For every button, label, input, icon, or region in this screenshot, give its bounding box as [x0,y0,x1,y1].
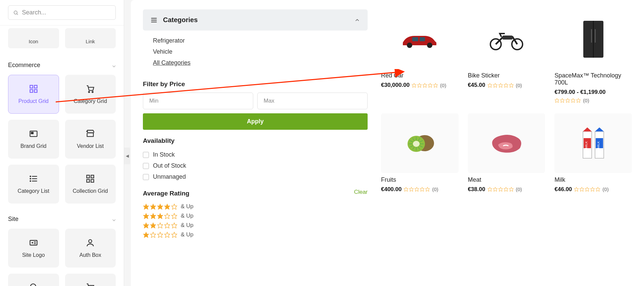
svg-marker-108 [595,127,604,131]
price-min-input[interactable] [143,93,253,109]
tile-site-logo[interactable]: Site Logo [8,229,59,268]
tile-product-grid[interactable]: Product Grid [8,75,59,114]
svg-rect-63 [502,36,513,40]
site-tiles: Site Logo Auth Box [0,229,124,286]
svg-point-25 [30,284,36,286]
price-max-input[interactable] [257,93,368,109]
product-card[interactable]: MILKMILK Milk €46.00 (0) [554,113,632,192]
section-site[interactable]: Site ⌵ [0,210,124,229]
star-icon [409,187,414,192]
svg-marker-46 [172,223,177,228]
svg-marker-45 [165,223,170,228]
tile-cart[interactable] [65,274,116,286]
product-rating [487,187,514,192]
cat-item-all[interactable]: All Categories [153,57,358,68]
svg-rect-9 [31,132,33,134]
grid-icon [86,174,95,183]
svg-point-21 [32,242,33,243]
svg-marker-95 [415,187,419,192]
star-icon [493,83,498,88]
svg-marker-57 [417,83,422,88]
svg-rect-20 [30,240,37,245]
rating-filter-3[interactable]: & Up [143,211,368,221]
checkbox-icon [143,152,149,158]
svg-marker-65 [493,83,497,88]
svg-rect-55 [420,37,425,41]
svg-marker-102 [509,187,514,192]
product-price: €46.00 [554,186,572,193]
svg-rect-3 [34,85,37,88]
svg-rect-71 [591,29,592,43]
product-card[interactable]: Fruits €400.00 (0) [381,113,459,192]
star-icon [579,187,584,192]
sidebar-collapse-handle[interactable]: ◀ [124,148,130,164]
product-price: €30,000.00 [381,82,410,89]
rating-filter-4[interactable]: & Up [143,202,368,211]
availability-title: Availablity [143,137,368,145]
section-ecommerce[interactable]: Ecommerce ⌵ [0,56,124,75]
product-image [381,9,459,69]
svg-rect-4 [30,90,33,92]
section-label: Site [8,216,18,223]
tile-brand-grid[interactable]: Brand Grid [8,120,59,159]
cat-item[interactable]: Refrigerator [153,35,358,46]
tile-link[interactable]: Link [65,28,116,48]
svg-marker-104 [583,127,592,131]
star-icon [425,187,430,192]
rating-filter-1[interactable]: & Up [143,230,368,239]
tile-category-grid[interactable]: Category Grid [65,75,116,114]
star-icon [428,83,433,88]
svg-marker-33 [151,204,156,209]
svg-marker-36 [172,204,177,209]
rating-filter-2[interactable]: & Up [143,221,368,230]
product-review-count: (0) [516,82,522,88]
product-name: Red Car [381,72,459,79]
product-card[interactable]: Meat €38.00 (0) [468,113,545,192]
star-icon [150,232,156,238]
star-icon [164,222,170,229]
tile-collection-grid[interactable]: Collection Grid [65,165,116,204]
products-grid: Red Car €30,000.00 (0) Bike Sticker €45.… [381,9,632,239]
svg-marker-96 [420,187,425,192]
product-card[interactable]: Bike Sticker €45.00 (0) [468,9,545,103]
clear-link[interactable]: Clear [354,189,368,195]
star-icon [157,222,163,229]
tile-vendor-list[interactable]: Vendor List [65,120,116,159]
categories-header[interactable]: Categories [143,9,368,31]
star-icon [590,187,595,192]
svg-marker-35 [165,204,170,209]
tile-category-list[interactable]: Category List [8,165,59,204]
checkbox-icon [143,174,149,180]
avail-unmanaged[interactable]: Unmanaged [143,171,368,182]
product-price: €799.00 - €1,199.00 [554,89,605,96]
apply-button[interactable]: Apply [143,113,368,130]
product-review-count: (0) [602,186,608,192]
svg-marker-98 [488,187,492,192]
svg-marker-44 [158,223,163,228]
svg-rect-19 [91,179,94,182]
product-review-count: (0) [516,186,522,192]
star-icon [585,187,590,192]
product-card[interactable]: SpaceMax™ Technology 700L €799.00 - €1,1… [554,9,632,103]
star-icon [414,187,419,192]
search-box[interactable] [8,5,116,20]
svg-marker-66 [498,83,503,88]
svg-marker-75 [566,99,570,103]
cat-item[interactable]: Vehicle [153,46,358,57]
star-icon [150,204,156,210]
star-icon [143,213,149,219]
categories-title: Categories [163,16,198,24]
star-icon [164,204,170,210]
svg-marker-112 [580,187,584,192]
search-input[interactable] [22,9,111,16]
tile-icon[interactable]: Icon [8,28,59,48]
tile-auth-box[interactable]: Auth Box [65,229,116,268]
star-icon [412,83,417,88]
svg-marker-41 [172,213,177,219]
avail-outofstock[interactable]: Out of Stock [143,160,368,171]
chevron-up-icon [354,17,360,23]
product-card[interactable]: Red Car €30,000.00 (0) [381,9,459,103]
tile-search[interactable] [8,274,59,286]
avail-instock[interactable]: In Stock [143,149,368,160]
product-name: Milk [554,176,632,183]
